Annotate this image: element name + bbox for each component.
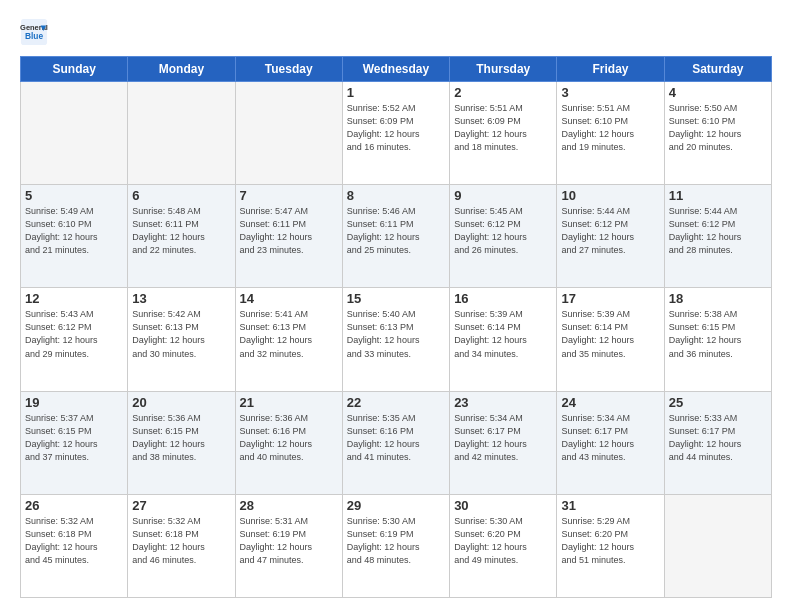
day-number: 2	[454, 85, 552, 100]
day-number: 26	[25, 498, 123, 513]
calendar-cell: 7Sunrise: 5:47 AM Sunset: 6:11 PM Daylig…	[235, 185, 342, 288]
day-number: 20	[132, 395, 230, 410]
weekday-header-wednesday: Wednesday	[342, 57, 449, 82]
calendar-cell: 3Sunrise: 5:51 AM Sunset: 6:10 PM Daylig…	[557, 82, 664, 185]
calendar-cell: 17Sunrise: 5:39 AM Sunset: 6:14 PM Dayli…	[557, 288, 664, 391]
day-info: Sunrise: 5:47 AM Sunset: 6:11 PM Dayligh…	[240, 205, 338, 257]
day-info: Sunrise: 5:50 AM Sunset: 6:10 PM Dayligh…	[669, 102, 767, 154]
day-number: 14	[240, 291, 338, 306]
calendar-cell: 28Sunrise: 5:31 AM Sunset: 6:19 PM Dayli…	[235, 494, 342, 597]
day-number: 11	[669, 188, 767, 203]
calendar-cell: 20Sunrise: 5:36 AM Sunset: 6:15 PM Dayli…	[128, 391, 235, 494]
weekday-header-saturday: Saturday	[664, 57, 771, 82]
day-number: 16	[454, 291, 552, 306]
day-info: Sunrise: 5:39 AM Sunset: 6:14 PM Dayligh…	[561, 308, 659, 360]
day-number: 18	[669, 291, 767, 306]
weekday-header-monday: Monday	[128, 57, 235, 82]
day-info: Sunrise: 5:44 AM Sunset: 6:12 PM Dayligh…	[669, 205, 767, 257]
weekday-header-thursday: Thursday	[450, 57, 557, 82]
weekday-header-sunday: Sunday	[21, 57, 128, 82]
week-row-3: 12Sunrise: 5:43 AM Sunset: 6:12 PM Dayli…	[21, 288, 772, 391]
calendar-cell: 31Sunrise: 5:29 AM Sunset: 6:20 PM Dayli…	[557, 494, 664, 597]
day-info: Sunrise: 5:30 AM Sunset: 6:19 PM Dayligh…	[347, 515, 445, 567]
day-info: Sunrise: 5:51 AM Sunset: 6:09 PM Dayligh…	[454, 102, 552, 154]
day-info: Sunrise: 5:42 AM Sunset: 6:13 PM Dayligh…	[132, 308, 230, 360]
calendar-cell: 15Sunrise: 5:40 AM Sunset: 6:13 PM Dayli…	[342, 288, 449, 391]
day-number: 9	[454, 188, 552, 203]
day-info: Sunrise: 5:39 AM Sunset: 6:14 PM Dayligh…	[454, 308, 552, 360]
day-number: 25	[669, 395, 767, 410]
calendar-cell: 1Sunrise: 5:52 AM Sunset: 6:09 PM Daylig…	[342, 82, 449, 185]
day-number: 6	[132, 188, 230, 203]
svg-text:Blue: Blue	[25, 31, 43, 41]
calendar-cell: 4Sunrise: 5:50 AM Sunset: 6:10 PM Daylig…	[664, 82, 771, 185]
calendar-cell: 13Sunrise: 5:42 AM Sunset: 6:13 PM Dayli…	[128, 288, 235, 391]
day-info: Sunrise: 5:30 AM Sunset: 6:20 PM Dayligh…	[454, 515, 552, 567]
day-number: 3	[561, 85, 659, 100]
day-info: Sunrise: 5:49 AM Sunset: 6:10 PM Dayligh…	[25, 205, 123, 257]
calendar-cell: 24Sunrise: 5:34 AM Sunset: 6:17 PM Dayli…	[557, 391, 664, 494]
day-info: Sunrise: 5:32 AM Sunset: 6:18 PM Dayligh…	[25, 515, 123, 567]
logo-icon: General Blue	[20, 18, 48, 46]
day-info: Sunrise: 5:33 AM Sunset: 6:17 PM Dayligh…	[669, 412, 767, 464]
day-number: 23	[454, 395, 552, 410]
day-info: Sunrise: 5:46 AM Sunset: 6:11 PM Dayligh…	[347, 205, 445, 257]
day-number: 22	[347, 395, 445, 410]
day-info: Sunrise: 5:51 AM Sunset: 6:10 PM Dayligh…	[561, 102, 659, 154]
day-number: 21	[240, 395, 338, 410]
weekday-header-friday: Friday	[557, 57, 664, 82]
day-info: Sunrise: 5:38 AM Sunset: 6:15 PM Dayligh…	[669, 308, 767, 360]
day-number: 5	[25, 188, 123, 203]
day-number: 31	[561, 498, 659, 513]
day-info: Sunrise: 5:35 AM Sunset: 6:16 PM Dayligh…	[347, 412, 445, 464]
calendar-cell: 8Sunrise: 5:46 AM Sunset: 6:11 PM Daylig…	[342, 185, 449, 288]
day-number: 8	[347, 188, 445, 203]
calendar-cell: 10Sunrise: 5:44 AM Sunset: 6:12 PM Dayli…	[557, 185, 664, 288]
day-number: 15	[347, 291, 445, 306]
day-number: 29	[347, 498, 445, 513]
day-info: Sunrise: 5:37 AM Sunset: 6:15 PM Dayligh…	[25, 412, 123, 464]
day-number: 1	[347, 85, 445, 100]
calendar-cell: 30Sunrise: 5:30 AM Sunset: 6:20 PM Dayli…	[450, 494, 557, 597]
header: General Blue	[20, 18, 772, 46]
day-info: Sunrise: 5:36 AM Sunset: 6:15 PM Dayligh…	[132, 412, 230, 464]
calendar-cell: 2Sunrise: 5:51 AM Sunset: 6:09 PM Daylig…	[450, 82, 557, 185]
day-info: Sunrise: 5:31 AM Sunset: 6:19 PM Dayligh…	[240, 515, 338, 567]
day-info: Sunrise: 5:41 AM Sunset: 6:13 PM Dayligh…	[240, 308, 338, 360]
day-number: 10	[561, 188, 659, 203]
calendar-cell: 21Sunrise: 5:36 AM Sunset: 6:16 PM Dayli…	[235, 391, 342, 494]
calendar-cell: 19Sunrise: 5:37 AM Sunset: 6:15 PM Dayli…	[21, 391, 128, 494]
calendar-cell: 11Sunrise: 5:44 AM Sunset: 6:12 PM Dayli…	[664, 185, 771, 288]
calendar-cell: 26Sunrise: 5:32 AM Sunset: 6:18 PM Dayli…	[21, 494, 128, 597]
day-number: 24	[561, 395, 659, 410]
day-info: Sunrise: 5:48 AM Sunset: 6:11 PM Dayligh…	[132, 205, 230, 257]
day-info: Sunrise: 5:44 AM Sunset: 6:12 PM Dayligh…	[561, 205, 659, 257]
calendar-cell: 25Sunrise: 5:33 AM Sunset: 6:17 PM Dayli…	[664, 391, 771, 494]
day-number: 30	[454, 498, 552, 513]
week-row-4: 19Sunrise: 5:37 AM Sunset: 6:15 PM Dayli…	[21, 391, 772, 494]
day-number: 27	[132, 498, 230, 513]
calendar-cell: 9Sunrise: 5:45 AM Sunset: 6:12 PM Daylig…	[450, 185, 557, 288]
calendar-cell: 14Sunrise: 5:41 AM Sunset: 6:13 PM Dayli…	[235, 288, 342, 391]
calendar-cell: 16Sunrise: 5:39 AM Sunset: 6:14 PM Dayli…	[450, 288, 557, 391]
day-info: Sunrise: 5:43 AM Sunset: 6:12 PM Dayligh…	[25, 308, 123, 360]
day-number: 12	[25, 291, 123, 306]
day-info: Sunrise: 5:36 AM Sunset: 6:16 PM Dayligh…	[240, 412, 338, 464]
weekday-header-row: SundayMondayTuesdayWednesdayThursdayFrid…	[21, 57, 772, 82]
calendar-cell: 12Sunrise: 5:43 AM Sunset: 6:12 PM Dayli…	[21, 288, 128, 391]
calendar-cell	[21, 82, 128, 185]
week-row-2: 5Sunrise: 5:49 AM Sunset: 6:10 PM Daylig…	[21, 185, 772, 288]
day-number: 4	[669, 85, 767, 100]
day-info: Sunrise: 5:34 AM Sunset: 6:17 PM Dayligh…	[454, 412, 552, 464]
day-info: Sunrise: 5:52 AM Sunset: 6:09 PM Dayligh…	[347, 102, 445, 154]
calendar-cell	[128, 82, 235, 185]
page: General Blue SundayMondayTuesdayWednesda…	[0, 0, 792, 612]
calendar-cell	[664, 494, 771, 597]
calendar-cell: 27Sunrise: 5:32 AM Sunset: 6:18 PM Dayli…	[128, 494, 235, 597]
day-number: 28	[240, 498, 338, 513]
calendar-cell	[235, 82, 342, 185]
week-row-5: 26Sunrise: 5:32 AM Sunset: 6:18 PM Dayli…	[21, 494, 772, 597]
day-info: Sunrise: 5:29 AM Sunset: 6:20 PM Dayligh…	[561, 515, 659, 567]
calendar-cell: 22Sunrise: 5:35 AM Sunset: 6:16 PM Dayli…	[342, 391, 449, 494]
calendar-cell: 23Sunrise: 5:34 AM Sunset: 6:17 PM Dayli…	[450, 391, 557, 494]
